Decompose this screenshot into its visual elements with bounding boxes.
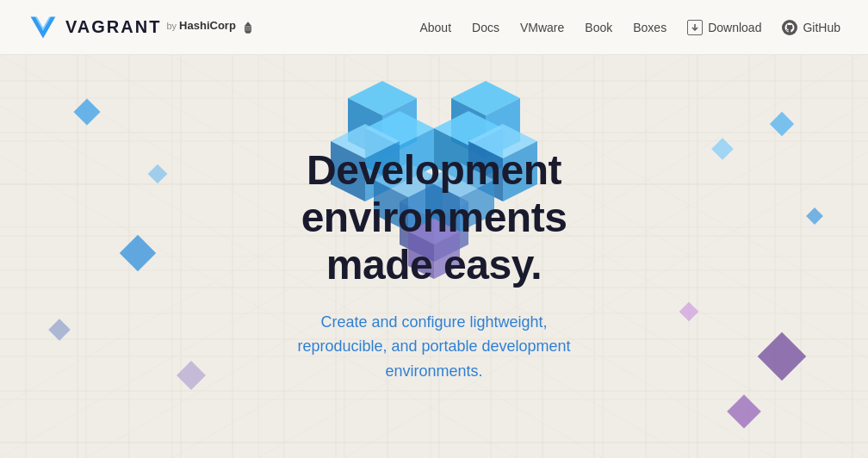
nav-vmware[interactable]: VMware bbox=[520, 21, 564, 34]
brand-logo[interactable]: VAGRANT by HashiCorp bbox=[28, 12, 256, 43]
navbar: VAGRANT by HashiCorp About Docs VMware B… bbox=[0, 0, 868, 55]
download-icon bbox=[687, 20, 703, 35]
vagrant-logo-icon bbox=[28, 12, 59, 43]
nav-download[interactable]: Download bbox=[687, 20, 761, 35]
vagrant-wordmark: VAGRANT bbox=[65, 17, 161, 37]
nav-about[interactable]: About bbox=[419, 21, 451, 34]
hero-content: Development environments made easy. Crea… bbox=[297, 146, 570, 384]
brand-text: VAGRANT by HashiCorp bbox=[65, 17, 256, 37]
github-icon bbox=[782, 20, 797, 35]
nav-book[interactable]: Book bbox=[585, 21, 612, 34]
navbar-nav: About Docs VMware Book Boxes Download Gi… bbox=[419, 20, 840, 35]
hero-section: Development environments made easy. Crea… bbox=[0, 55, 868, 458]
nav-boxes[interactable]: Boxes bbox=[633, 21, 666, 34]
hero-subtext: Create and configure lightweight, reprod… bbox=[297, 310, 570, 384]
nav-github[interactable]: GitHub bbox=[782, 20, 840, 35]
by-label: by HashiCorp bbox=[166, 19, 255, 34]
hero-headline: Development environments made easy. bbox=[297, 146, 570, 289]
nav-docs[interactable]: Docs bbox=[472, 21, 499, 34]
svg-rect-2 bbox=[245, 26, 251, 31]
